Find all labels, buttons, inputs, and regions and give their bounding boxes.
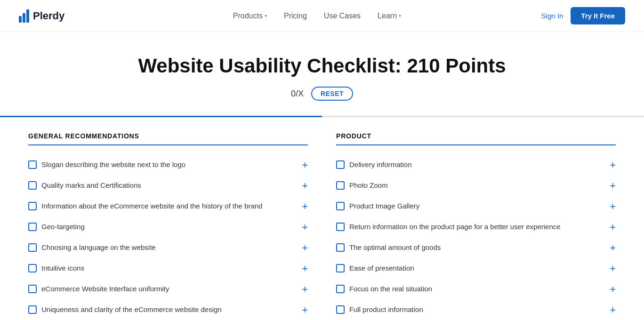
checklist-checkbox[interactable]	[28, 305, 37, 314]
chevron-down-icon: ▾	[265, 13, 267, 18]
checklist-checkbox[interactable]	[28, 160, 37, 169]
item-left: Product Image Gallery	[336, 201, 604, 211]
checklist-checkbox[interactable]	[28, 202, 37, 210]
nav-actions: Sign In Try It Free	[541, 7, 625, 24]
checklist-item-text: Focus on the real situation	[349, 284, 432, 294]
navigation: Plerdy Products ▾ Pricing Use Cases Lear…	[0, 0, 644, 32]
add-icon[interactable]: +	[604, 181, 616, 191]
logo-bar-1	[19, 16, 22, 23]
item-left: The optimal amount of goods	[336, 242, 604, 253]
item-left: Delivery information	[336, 160, 604, 170]
checklist-item-text: Information about the eCommerce website …	[41, 201, 262, 211]
checklist-checkbox[interactable]	[28, 264, 37, 272]
add-icon[interactable]: +	[296, 222, 308, 232]
checklist-item-text: Full product information	[349, 304, 423, 315]
logo-bar-3	[26, 9, 29, 23]
list-item: Geo-targeting +	[28, 217, 308, 238]
nav-use-cases-label: Use Cases	[324, 12, 361, 20]
item-left: Intuitive icons	[28, 263, 296, 273]
nav-products[interactable]: Products ▾	[233, 12, 267, 20]
nav-learn[interactable]: Learn ▾	[378, 12, 401, 20]
checklist-checkbox[interactable]	[28, 285, 37, 293]
checklist-checkbox[interactable]	[336, 160, 345, 169]
add-icon[interactable]: +	[604, 222, 616, 232]
add-icon[interactable]: +	[604, 243, 616, 253]
checklist-checkbox[interactable]	[336, 305, 345, 314]
add-icon[interactable]: +	[296, 243, 308, 253]
list-item: Intuitive icons +	[28, 258, 308, 279]
reset-button[interactable]: RESET	[311, 87, 353, 101]
checklist-checkbox[interactable]	[336, 223, 345, 231]
list-item: eCommerce Website Interface uniformity +	[28, 279, 308, 300]
add-icon[interactable]: +	[604, 264, 616, 274]
counter-row: 0/X RESET	[9, 87, 635, 101]
item-left: Uniqueness and clarity of the eCommerce …	[28, 304, 296, 315]
checklist-checkbox[interactable]	[336, 264, 345, 272]
add-icon[interactable]: +	[604, 160, 616, 170]
item-left: Full product information	[336, 304, 604, 315]
item-left: Focus on the real situation	[336, 284, 604, 294]
page-title: Website Usability Checklist: 210 Points	[9, 55, 635, 77]
add-icon[interactable]: +	[604, 305, 616, 315]
general-recommendations-section: GENERAL RECOMMENDATIONS Slogan describin…	[28, 132, 308, 320]
add-icon[interactable]: +	[296, 264, 308, 274]
checklist-checkbox[interactable]	[28, 243, 37, 252]
checklist-item-text: Intuitive icons	[41, 263, 84, 273]
item-left: Choosing a language on the website	[28, 242, 296, 253]
item-left: Information about the eCommerce website …	[28, 201, 296, 211]
checklist-checkbox[interactable]	[336, 243, 345, 252]
list-item: Return information on the product page f…	[336, 217, 616, 238]
add-icon[interactable]: +	[296, 181, 308, 191]
checklist-item-text: Choosing a language on the website	[41, 242, 156, 253]
list-item: Slogan describing the website next to th…	[28, 155, 308, 176]
checklist-item-text: The optimal amount of goods	[349, 242, 441, 253]
checklist-checkbox[interactable]	[336, 181, 345, 190]
left-checklist-items: Slogan describing the website next to th…	[28, 155, 308, 320]
nav-learn-label: Learn	[378, 12, 397, 20]
list-item: Choosing a language on the website +	[28, 238, 308, 258]
add-icon[interactable]: +	[604, 284, 616, 295]
add-icon[interactable]: +	[296, 284, 308, 295]
checklist-checkbox[interactable]	[28, 181, 37, 190]
checklist-item-text: Photo Zoom	[349, 180, 388, 191]
item-left: Slogan describing the website next to th…	[28, 160, 296, 170]
logo-text: Plerdy	[33, 10, 64, 22]
checklist-checkbox[interactable]	[28, 223, 37, 231]
item-left: Quality marks and Certifications	[28, 180, 296, 191]
checklist-item-text: Ease of presentation	[349, 263, 414, 273]
right-checklist-items: Delivery information + Photo Zoom + Prod…	[336, 155, 616, 320]
list-item: The optimal amount of goods +	[336, 238, 616, 258]
nav-products-label: Products	[233, 12, 263, 20]
add-icon[interactable]: +	[296, 160, 308, 170]
list-item: Full product information +	[336, 300, 616, 320]
checklist-checkbox[interactable]	[336, 202, 345, 210]
add-icon[interactable]: +	[296, 201, 308, 212]
add-icon[interactable]: +	[604, 201, 616, 212]
checklist-item-text: eCommerce Website Interface uniformity	[41, 284, 169, 294]
list-item: Delivery information +	[336, 155, 616, 176]
checklist-item-text: Slogan describing the website next to th…	[41, 160, 185, 170]
chevron-down-icon-learn: ▾	[399, 13, 401, 18]
item-left: Geo-targeting	[28, 222, 296, 232]
checklist-checkbox[interactable]	[336, 285, 345, 293]
nav-use-cases[interactable]: Use Cases	[324, 12, 361, 20]
checklist-grid: GENERAL RECOMMENDATIONS Slogan describin…	[0, 117, 644, 320]
checklist-item-text: Quality marks and Certifications	[41, 180, 141, 191]
nav-pricing-label: Pricing	[284, 12, 307, 20]
list-item: Ease of presentation +	[336, 258, 616, 279]
add-icon[interactable]: +	[296, 305, 308, 315]
list-item: Product Image Gallery +	[336, 196, 616, 217]
try-free-button[interactable]: Try It Free	[571, 7, 625, 24]
list-item: Information about the eCommerce website …	[28, 196, 308, 217]
logo-icon	[19, 9, 29, 23]
logo-bar-2	[23, 13, 25, 23]
sign-in-link[interactable]: Sign In	[541, 12, 564, 20]
item-left: Ease of presentation	[336, 263, 604, 273]
hero-section: Website Usability Checklist: 210 Points …	[0, 32, 644, 116]
item-left: Return information on the product page f…	[336, 222, 604, 232]
logo[interactable]: Plerdy	[19, 9, 64, 23]
item-left: Photo Zoom	[336, 180, 604, 191]
nav-pricing[interactable]: Pricing	[284, 12, 307, 20]
checklist-item-text: Geo-targeting	[41, 222, 85, 232]
checklist-item-text: Delivery information	[349, 160, 412, 170]
